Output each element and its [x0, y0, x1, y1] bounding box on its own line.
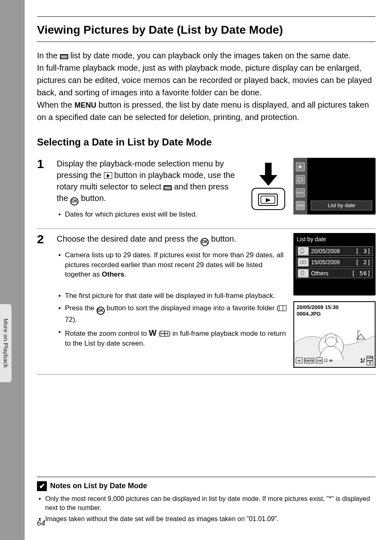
- check-icon: ✔: [37, 481, 47, 491]
- text: 72).: [65, 316, 77, 323]
- w-badge: W: [296, 358, 302, 363]
- date-badge: DATE: [304, 358, 314, 363]
- note-2: Images taken without the date set will b…: [39, 515, 376, 524]
- svg-text:DATE: DATE: [61, 56, 67, 58]
- step2-bullet-3: Press the OK button to sort the displaye…: [58, 303, 289, 325]
- step1-text: Display the playback-mode selection menu…: [57, 158, 240, 205]
- step2-bullet-1: Camera lists up to 29 dates. If pictures…: [58, 250, 289, 279]
- note-1: Only the most recent 9,000 pictures can …: [39, 494, 376, 513]
- row-date: 15/05/2009: [311, 258, 353, 267]
- step-body: Choose the desired date and press the OK…: [57, 233, 376, 368]
- subheading: Selecting a Date in List by Date Mode: [37, 136, 376, 148]
- date-list-row: 15/05/2009[ 2]: [296, 257, 373, 267]
- title-rule: [37, 42, 376, 42]
- text: Choose the desired date and press the: [57, 234, 201, 243]
- step-number: 2: [37, 233, 57, 368]
- svg-point-16: [325, 333, 337, 346]
- notes-rule: [37, 477, 376, 477]
- preview-bottom-bar: W DATE OK ☐ IN 1/ 12M 3: [296, 356, 373, 365]
- mode-label: List by date: [311, 201, 372, 210]
- side-tab: More on Playback: [0, 304, 12, 382]
- fav-badge: ☐: [324, 358, 327, 363]
- others-label: Others: [102, 270, 125, 278]
- row-thumb: [298, 269, 309, 277]
- row-count: [ 2]: [355, 258, 371, 267]
- ok-badge: OK: [316, 358, 323, 363]
- row-thumb: [298, 258, 309, 266]
- preview-filename: 0004.JPG: [297, 310, 321, 318]
- text: (: [157, 330, 161, 337]
- date-icon: DATE: [164, 182, 172, 187]
- step-number: 1: [37, 158, 57, 222]
- step-2: 2 Choose the desired date and press the …: [37, 229, 376, 375]
- step-body: Display the playback-mode selection menu…: [57, 158, 376, 222]
- step2-bullet-4: Rotate the zoom control to W () in full-…: [58, 327, 289, 348]
- step1-graphics: AUTO DATE List by date: [249, 158, 376, 215]
- svg-point-13: [301, 271, 304, 274]
- step2-text: Choose the desired date and press the OK…: [57, 233, 289, 246]
- mode-icon-strip: AUTO DATE: [293, 158, 307, 215]
- text: Rotate the zoom control to: [65, 330, 149, 337]
- camera-diagram: [249, 162, 288, 211]
- row-count: [ 3]: [355, 247, 371, 256]
- row-count: [ 56]: [352, 270, 371, 278]
- mode-icon-auto: AUTO: [296, 188, 305, 197]
- mode-icon-date: DATE: [296, 201, 305, 210]
- step-1: 1 Display the playback-mode selection me…: [37, 154, 376, 229]
- page-ref-icon: [279, 305, 286, 311]
- svg-rect-6: [252, 188, 285, 210]
- ok-icon: OK: [201, 238, 209, 246]
- text: Press the: [65, 304, 97, 312]
- text: list by date mode, you can playback only…: [68, 51, 351, 60]
- screen-playback-preview: 20/05/2009 15:30 0004.JPG W DATE OK ☐ IN…: [293, 301, 376, 368]
- preview-counter: 1/: [360, 357, 365, 365]
- ok-icon: OK: [70, 197, 78, 205]
- mode-icon-play: [296, 162, 305, 171]
- total-badge: 3: [367, 361, 373, 365]
- page-title: Viewing Pictures by Date (List by Date M…: [37, 21, 376, 42]
- intro-p3: When the MENU button is pressed, the lis…: [37, 99, 376, 123]
- size-badge: 12M: [367, 356, 373, 360]
- svg-text:DATE: DATE: [164, 187, 171, 189]
- mode-icon-fav: [296, 175, 305, 184]
- screen2-title: List by date: [295, 235, 374, 245]
- text: button.: [209, 234, 236, 243]
- menu-button-label: MENU: [74, 101, 96, 109]
- text: When the: [37, 100, 74, 109]
- intro-p2: In full-frame playback mode, just as wit…: [37, 62, 376, 99]
- screen-date-list: List by date 20/05/2009[ 3]15/05/2009[ 2…: [293, 233, 376, 295]
- notes-section: ✔ Notes on List by Date Mode Only the mo…: [37, 477, 376, 525]
- side-tab-label: More on Playback: [2, 318, 9, 368]
- screen-mode-menu: AUTO DATE List by date: [293, 158, 376, 215]
- text: button.: [78, 194, 106, 203]
- row-thumb: [298, 247, 309, 255]
- svg-rect-9: [298, 178, 302, 181]
- step1-bullet: Dates for which pictures exist will be l…: [58, 210, 240, 219]
- ok-icon: OK: [97, 307, 105, 315]
- text: button to sort the displayed image into …: [105, 304, 279, 312]
- svg-point-10: [300, 249, 304, 253]
- zoom-w-icon: W: [149, 328, 157, 337]
- date-icon: DATE: [60, 50, 68, 56]
- step2-screens: List by date 20/05/2009[ 3]15/05/2009[ 2…: [293, 233, 376, 368]
- intro-p1: In the DATE list by date mode, you can p…: [37, 49, 376, 62]
- page-number: 64: [37, 519, 45, 528]
- row-date: Others: [311, 270, 349, 278]
- text: In the: [37, 51, 60, 60]
- thumbnail-icon: [161, 331, 168, 337]
- top-rule: [37, 16, 376, 17]
- text: Camera lists up to 29 dates. If pictures…: [65, 251, 284, 279]
- notes-heading: ✔ Notes on List by Date Mode: [37, 481, 376, 491]
- text: .: [125, 270, 127, 278]
- date-list-row: 20/05/2009[ 3]: [296, 246, 373, 256]
- notes-title: Notes on List by Date Mode: [50, 482, 147, 490]
- step2-bullet-2: The first picture for that date will be …: [58, 291, 289, 301]
- intro: In the DATE list by date mode, you can p…: [37, 49, 376, 123]
- in-badge: IN: [329, 358, 332, 363]
- playback-icon: [104, 172, 112, 179]
- date-list-row: Others[ 56]: [296, 268, 373, 278]
- row-date: 20/05/2009: [311, 247, 353, 256]
- page: Viewing Pictures by Date (List by Date M…: [25, 0, 392, 540]
